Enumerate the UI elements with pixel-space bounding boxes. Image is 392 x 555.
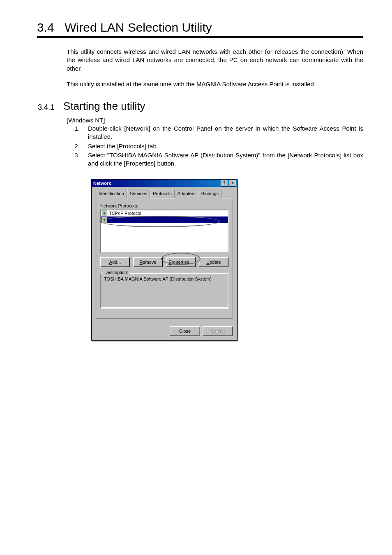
update-button[interactable]: Update — [199, 257, 228, 267]
tab-strip: Identification Services Protocols Adapte… — [96, 190, 233, 198]
add-button[interactable]: Add... — [100, 257, 130, 267]
dialog-close-button[interactable]: Close — [170, 326, 200, 336]
dialog-titlebar: Network ? × — [92, 180, 237, 187]
description-legend: Description: — [103, 270, 129, 275]
subsection-heading: 3.4.1 Starting the utility — [37, 100, 363, 113]
intro-paragraph-2: This utility is installed at the same ti… — [67, 80, 363, 88]
network-protocols-listbox[interactable]: ✦ TCP/IP Protocol ✦ — [100, 210, 228, 253]
list-item-selected[interactable]: ✦ — [101, 216, 228, 223]
subsection-number: 3.4.1 — [38, 103, 54, 112]
step-2: Select the [Protocols] tab. — [81, 142, 363, 150]
section-number: 3.4 — [37, 21, 54, 34]
tab-adapters[interactable]: Adapters — [175, 190, 198, 198]
protocol-icon: ✦ — [101, 217, 107, 223]
dialog-cancel-button[interactable]: Cancel — [203, 326, 233, 336]
tab-identification[interactable]: Identification — [96, 190, 127, 198]
subsection-title: Starting the utility — [63, 100, 145, 113]
list-item-tcpip[interactable]: ✦ TCP/IP Protocol — [101, 210, 228, 216]
help-button[interactable]: ? — [221, 180, 228, 187]
protocols-panel: Network Protocols: ✦ TCP/IP Protocol ✦ — [96, 198, 233, 319]
platform-label: [Windows NT] — [67, 117, 363, 124]
network-dialog: Network ? × Identification Services Prot… — [91, 179, 238, 341]
close-button[interactable]: × — [229, 180, 236, 187]
description-text: TOSHIBA MAGNIA Software AP (Distribution… — [104, 276, 225, 281]
dialog-title: Network — [92, 181, 220, 186]
network-protocols-label: Network Protocols: — [100, 203, 228, 208]
tab-protocols[interactable]: Protocols — [150, 189, 175, 198]
description-groupbox: Description: TOSHIBA MAGNIA Software AP … — [100, 273, 228, 308]
intro-paragraph-1: This utility connects wireless and wired… — [67, 48, 363, 73]
remove-button[interactable]: Remove — [133, 257, 163, 267]
protocol-icon: ✦ — [101, 210, 107, 216]
step-1: Double-click [Network] on the Control Pa… — [81, 124, 363, 141]
tab-services[interactable]: Services — [127, 190, 150, 198]
properties-button[interactable]: Properties... — [166, 257, 196, 267]
list-item-label: TCP/IP Protocol — [109, 211, 141, 216]
step-3: Select "TOSHIBA MAGNIA Software AP (Dist… — [81, 151, 363, 168]
tab-bindings[interactable]: Bindings — [198, 190, 221, 198]
section-heading: 3.4 Wired LAN Selection Utility — [37, 21, 363, 38]
steps-list: Double-click [Network] on the Control Pa… — [81, 124, 363, 168]
section-title: Wired LAN Selection Utility — [65, 21, 212, 34]
